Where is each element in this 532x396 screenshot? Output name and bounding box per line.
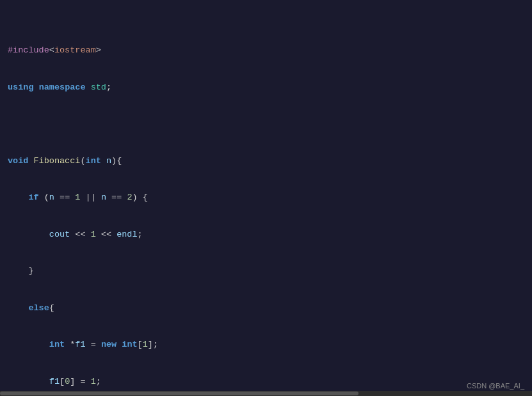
editor-container: #include<iostream> using namespace std; … [0, 0, 532, 396]
watermark-text: CSDN @BAE_AI_ [467, 382, 524, 390]
horizontal-scrollbar[interactable] [0, 391, 532, 396]
line-5: if (n == 1 || n == 2) { [8, 191, 524, 204]
code-area: #include<iostream> using namespace std; … [0, 5, 532, 396]
line-10: f1[0] = 1; [8, 376, 524, 388]
line-3 [8, 118, 524, 131]
scrollbar-thumb[interactable] [0, 392, 359, 395]
line-4: void Fibonacci(int n){ [8, 155, 524, 168]
line-1: #include<iostream> [8, 44, 524, 57]
line-8: else{ [8, 302, 524, 315]
line-6: cout << 1 << endl; [8, 228, 524, 241]
line-9: int *f1 = new int[1]; [8, 338, 524, 351]
line-7: } [8, 265, 524, 278]
line-2: using namespace std; [8, 81, 524, 94]
